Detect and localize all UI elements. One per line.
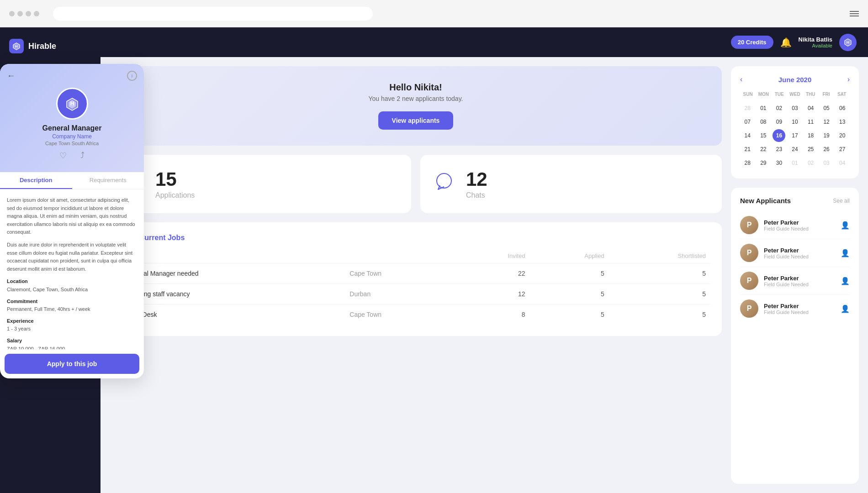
svg-text:H: H <box>70 100 74 107</box>
cal-day-15[interactable]: 15 <box>757 129 770 142</box>
cal-day-26[interactable]: 26 <box>820 143 833 156</box>
svg-point-5 <box>437 173 451 188</box>
browser-menu[interactable] <box>850 11 859 16</box>
apply-to-job-button[interactable]: Apply to this job <box>5 354 139 374</box>
cal-day-22[interactable]: 22 <box>757 143 770 156</box>
menu-line-1 <box>850 11 859 12</box>
job-invited-cell: 12 <box>457 284 529 304</box>
cal-day-16[interactable]: 16 <box>773 129 785 142</box>
job-applied-cell: 5 <box>530 284 609 304</box>
cal-day-08[interactable]: 08 <box>757 115 770 128</box>
browser-dot-1 <box>9 11 15 16</box>
cal-day-20[interactable]: 20 <box>836 129 849 142</box>
job-shortlisted-cell: 5 <box>609 304 710 325</box>
cal-day-23[interactable]: 23 <box>773 143 785 156</box>
jobs-table-card: Your Current Jobs Invited Applied Shortl… <box>110 222 722 336</box>
cal-day-29[interactable]: 29 <box>757 157 770 169</box>
cal-day-header-sat: SAT <box>834 90 850 98</box>
applicant-avatar: P <box>740 244 758 262</box>
notification-bell[interactable]: 🔔 <box>780 37 792 48</box>
applicant-avatar-inner: P <box>740 244 758 262</box>
applicant-action-button[interactable]: 👤 <box>841 277 850 285</box>
mobile-commitment-label: Commitment <box>7 298 137 306</box>
cal-day-09[interactable]: 09 <box>773 115 785 128</box>
stats-row: 15 Applications 1 <box>110 155 722 213</box>
applicant-action-button[interactable]: 👤 <box>841 249 850 257</box>
cal-day-14[interactable]: 14 <box>741 129 754 142</box>
job-applied-cell: 5 <box>530 304 609 325</box>
calendar-next-button[interactable]: › <box>847 75 850 84</box>
tab-requirements[interactable]: Requirements <box>72 172 144 189</box>
cal-day-10[interactable]: 10 <box>789 115 801 128</box>
cal-day-05[interactable]: 05 <box>820 102 833 115</box>
cal-day-27[interactable]: 27 <box>836 143 849 156</box>
browser-dot-3 <box>26 11 31 16</box>
list-item: P Peter Parker Field Guide Needed 👤 <box>740 239 850 267</box>
cal-day-11[interactable]: 11 <box>804 115 817 128</box>
calendar-header: ‹ June 2020 › <box>740 75 850 84</box>
svg-text:H: H <box>847 40 850 45</box>
svg-text:H: H <box>15 44 18 48</box>
job-location-cell: Cape Town <box>345 304 457 325</box>
table-row: Front Desk Cape Town 8 5 5 <box>121 304 710 325</box>
chats-label: Chats <box>466 191 487 199</box>
menu-line-3 <box>850 16 859 16</box>
cal-day-28-other[interactable]: 28 <box>741 102 754 115</box>
tab-description[interactable]: Description <box>0 172 72 189</box>
col-invited: Invited <box>457 249 529 263</box>
applicant-job: Field Guide Needed <box>764 282 835 287</box>
applicant-info: Peter Parker Field Guide Needed <box>764 275 835 287</box>
cal-day-02-other[interactable]: 02 <box>804 157 817 169</box>
cal-day-19[interactable]: 19 <box>820 129 833 142</box>
cal-day-07[interactable]: 07 <box>741 115 754 128</box>
cal-day-28[interactable]: 28 <box>741 157 754 169</box>
cal-day-18[interactable]: 18 <box>804 129 817 142</box>
job-shortlisted-cell: 5 <box>609 263 710 284</box>
cal-day-01-other[interactable]: 01 <box>789 157 801 169</box>
cal-day-02[interactable]: 02 <box>773 102 785 115</box>
logo-icon: H <box>9 39 24 53</box>
applicant-job: Field Guide Needed <box>764 254 835 259</box>
job-location-cell: Durban <box>345 284 457 304</box>
cal-day-24[interactable]: 24 <box>789 143 801 156</box>
mobile-tabs: Description Requirements <box>0 172 144 189</box>
job-invited-cell: 22 <box>457 263 529 284</box>
mobile-back-button[interactable]: ← <box>7 71 15 81</box>
cal-day-12[interactable]: 12 <box>820 115 833 128</box>
cal-day-03-other[interactable]: 03 <box>820 157 833 169</box>
cal-day-03[interactable]: 03 <box>789 102 801 115</box>
cal-day-30[interactable]: 30 <box>773 157 785 169</box>
cal-day-header-sun: SUN <box>740 90 756 98</box>
cal-day-04[interactable]: 04 <box>804 102 817 115</box>
cal-day-17[interactable]: 17 <box>789 129 801 142</box>
cal-day-25[interactable]: 25 <box>804 143 817 156</box>
mobile-card-header: ← i H General Manager Company Name Cape … <box>0 64 144 172</box>
cal-day-04-other[interactable]: 04 <box>836 157 849 169</box>
mobile-job-location: Cape Town South Africa <box>7 141 137 146</box>
mobile-body-text-1: Lorem ipsum dolor sit amet, consectetur … <box>7 196 137 236</box>
cal-day-21[interactable]: 21 <box>741 143 754 156</box>
see-all-link[interactable]: See all <box>833 198 850 204</box>
cal-day-13[interactable]: 13 <box>836 115 849 128</box>
mobile-info-button[interactable]: i <box>127 71 137 81</box>
cal-day-06[interactable]: 06 <box>836 102 849 115</box>
top-header: 20 Credits 🔔 Nikita Batlis Available H <box>101 27 868 57</box>
user-avatar[interactable]: H <box>839 34 857 51</box>
mobile-like-button[interactable]: ♡ <box>59 151 67 161</box>
chats-count: 12 <box>466 168 487 190</box>
view-applicants-button[interactable]: View applicants <box>378 111 454 130</box>
calendar-prev-button[interactable]: ‹ <box>740 75 742 84</box>
applicant-avatar-inner: P <box>740 216 758 234</box>
applicant-job: Field Guide Needed <box>764 309 835 315</box>
credits-badge[interactable]: 20 Credits <box>731 36 773 49</box>
cal-day-01[interactable]: 01 <box>757 102 770 115</box>
browser-url-bar[interactable] <box>53 7 373 21</box>
applicant-action-button[interactable]: 👤 <box>841 304 850 313</box>
applications-count: 15 <box>155 168 195 190</box>
menu-line-2 <box>850 13 859 14</box>
mobile-share-button[interactable]: ⤴ <box>80 151 85 161</box>
applicant-action-button[interactable]: 👤 <box>841 221 850 230</box>
job-title-cell: Front Desk <box>121 304 345 325</box>
job-applied-cell: 5 <box>530 263 609 284</box>
mobile-card-nav: ← i <box>7 71 137 81</box>
